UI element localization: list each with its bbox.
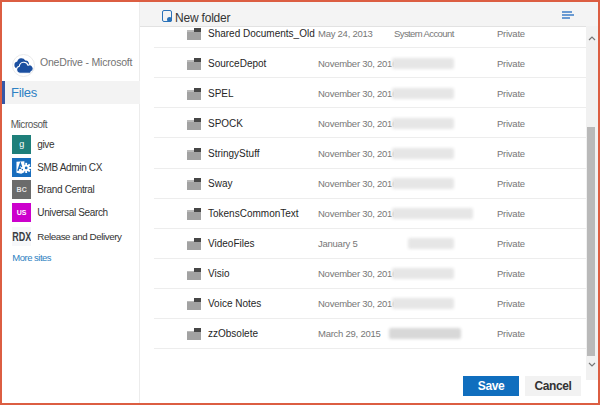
- svg-text:RDX: RDX: [12, 229, 31, 244]
